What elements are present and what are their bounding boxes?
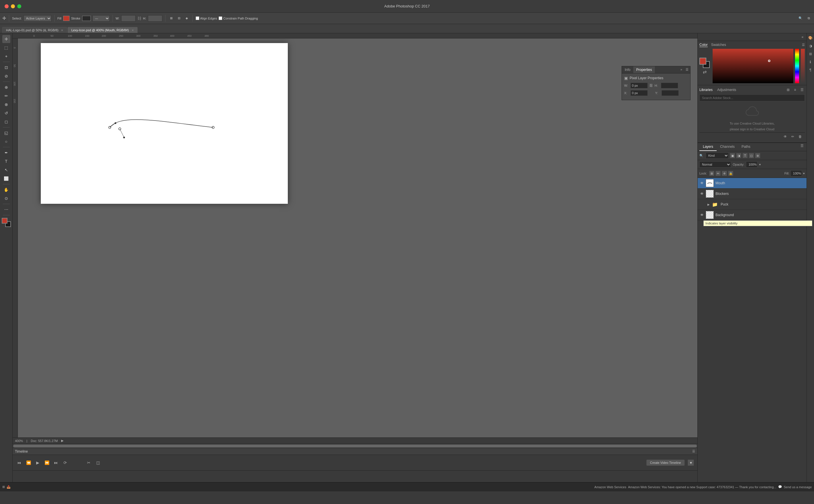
adjustments-tab[interactable]: Adjustments <box>717 88 736 92</box>
h-scroll-thumb[interactable] <box>13 445 697 447</box>
libraries-tab[interactable]: Libraries <box>699 88 713 92</box>
opacity-input[interactable] <box>746 161 757 168</box>
hand-tool[interactable]: ✋ <box>2 186 10 194</box>
taskbar-icon-2[interactable]: 📤 <box>7 485 11 489</box>
foreground-swatch[interactable] <box>699 58 706 65</box>
play-btn[interactable]: ▶ <box>34 460 41 466</box>
link-icon[interactable]: ⛓ <box>649 84 653 88</box>
h-input[interactable] <box>661 83 678 88</box>
smart-filter-icon[interactable]: ⊛ <box>755 153 760 158</box>
lock-position-icon[interactable]: ✛ <box>722 171 727 176</box>
align-edges-checkbox[interactable] <box>196 16 199 20</box>
zoom-tool[interactable]: ⊙ <box>2 194 10 202</box>
eraser-tool[interactable]: ◻ <box>2 118 10 126</box>
w-input[interactable] <box>631 83 648 88</box>
arrange-windows-icon[interactable]: ⧉ <box>806 16 812 21</box>
stroke-style-select[interactable]: — <box>92 15 110 22</box>
group-arrow-puck[interactable]: ▶ <box>707 203 710 206</box>
color-swatches[interactable] <box>2 218 11 227</box>
maximize-button[interactable] <box>17 4 21 8</box>
prev-frame-btn[interactable]: ⏪ <box>25 460 32 466</box>
lock-transparent-icon[interactable]: ⊞ <box>709 171 714 176</box>
text-tool[interactable]: T <box>2 157 10 165</box>
height-input[interactable] <box>148 15 162 22</box>
channels-tab[interactable]: Channels <box>717 143 738 151</box>
eyedropper-tool[interactable]: ⊘ <box>2 72 10 80</box>
crop-tool[interactable]: ⊡ <box>2 63 10 71</box>
tab-close-1[interactable]: ✕ <box>61 29 63 32</box>
lock-pixels-icon[interactable]: ✏ <box>716 171 721 176</box>
y-input[interactable] <box>662 90 679 96</box>
fill-dropdown[interactable]: ▾ <box>803 172 805 175</box>
healing-tool[interactable]: ⊕ <box>2 83 10 91</box>
shape-filter-icon[interactable]: ◻ <box>749 153 754 158</box>
layer-visibility-puck[interactable] <box>701 202 706 207</box>
shape-tool[interactable]: ⬜ <box>2 175 10 183</box>
text-filter-icon[interactable]: T <box>743 153 748 158</box>
path-select-tool[interactable]: ↖ <box>2 166 10 174</box>
color-picker-dot[interactable] <box>768 60 770 62</box>
constrain-checkbox[interactable] <box>218 16 222 20</box>
adjust-panel-icon[interactable]: ◑ <box>808 43 813 49</box>
taskbar-chat-icon[interactable]: 💬 <box>778 485 782 489</box>
info-tab[interactable]: Info <box>622 66 633 73</box>
layer-visibility-mouth[interactable]: 👁 <box>699 181 705 186</box>
lib-brush-icon[interactable]: ✏ <box>790 134 796 139</box>
lock-all-icon[interactable]: 🔒 <box>728 171 733 176</box>
horizontal-scrollbar[interactable] <box>13 444 697 448</box>
pen-tool[interactable]: ✒ <box>2 149 10 157</box>
lib-eye-icon[interactable]: 👁 <box>782 134 788 139</box>
align-icon[interactable]: ⊟ <box>176 16 182 21</box>
blend-mode-select[interactable]: Normal <box>699 161 731 168</box>
layer-mouth[interactable]: 👁 Mouth <box>698 178 807 189</box>
tab-lexy-icon[interactable]: Lexy-Icon.psd @ 400% (Mouth, RGB/8#) ✕ <box>67 27 137 33</box>
arrange-icon[interactable]: ⊞ <box>168 16 174 21</box>
marquee-tool[interactable]: ⬚ <box>2 44 10 52</box>
move-tool-icon[interactable]: ✛ <box>2 15 6 21</box>
dodge-tool[interactable]: ○ <box>2 137 10 146</box>
layer-blockers[interactable]: 👁 Blockers <box>698 189 807 199</box>
tab-close-2[interactable]: ✕ <box>131 29 134 32</box>
brush-tool[interactable]: ✏ <box>2 92 10 100</box>
fill-input[interactable] <box>790 170 802 177</box>
next-frame-btn[interactable]: ⏩ <box>44 460 50 466</box>
foreground-color[interactable] <box>2 218 7 224</box>
layer-puck[interactable]: ▶ 📁 Puck <box>698 199 807 210</box>
lib-search-input[interactable] <box>699 94 805 101</box>
opacity-dropdown[interactable]: ▾ <box>759 163 761 166</box>
layer-visibility-background[interactable]: 👁 <box>699 212 705 218</box>
swap-icon[interactable]: ⇄ <box>703 69 707 75</box>
lib-menu-icon[interactable]: ☰ <box>799 87 805 93</box>
taskbar-icon-1[interactable]: ⊞ <box>2 485 5 489</box>
properties-icon[interactable]: ℹ <box>808 59 813 65</box>
layer-visibility-blockers[interactable]: 👁 <box>699 191 705 196</box>
color-gradient[interactable] <box>713 49 793 83</box>
color-panel-icon[interactable]: 🎨 <box>808 35 813 41</box>
distribute-icon[interactable]: ◈ <box>184 16 189 21</box>
gradient-tool[interactable]: ◱ <box>2 129 10 137</box>
panel-collapse-icon[interactable]: « <box>800 34 805 40</box>
color-panel-menu[interactable]: ☰ <box>802 43 805 47</box>
history-tool[interactable]: ↺ <box>2 109 10 117</box>
cut-btn[interactable]: ✂ <box>86 460 92 466</box>
layer-background[interactable]: 👁 Background <box>698 210 807 220</box>
create-video-dropdown[interactable]: ▾ <box>688 460 694 466</box>
color-alpha-bar[interactable] <box>801 49 805 83</box>
fill-swatch[interactable] <box>63 16 69 21</box>
stroke-swatch[interactable] <box>82 16 91 21</box>
minimize-button[interactable] <box>11 4 15 8</box>
lasso-tool[interactable]: ⌖ <box>2 52 10 60</box>
add-media-btn[interactable]: ◫ <box>95 460 101 466</box>
tab-hal-logo[interactable]: HAL-Logo-01.psd @ 50% (&, RGB/8) ✕ <box>2 27 67 33</box>
layers-kind-select[interactable]: Kind <box>706 152 729 159</box>
window-controls[interactable] <box>5 4 21 8</box>
stamp-tool[interactable]: ⊗ <box>2 100 10 108</box>
timeline-menu[interactable]: ☰ <box>692 449 695 453</box>
create-video-timeline-btn[interactable]: Create Video Timeline <box>646 460 685 466</box>
width-input[interactable] <box>121 15 136 22</box>
active-layers-select[interactable]: Active Layers <box>24 15 51 22</box>
more-tools[interactable]: ⋯ <box>2 206 10 214</box>
go-end-btn[interactable]: ⏭ <box>53 460 59 466</box>
canvas-container[interactable] <box>18 38 697 437</box>
move-tool[interactable]: ✛ <box>2 35 10 43</box>
